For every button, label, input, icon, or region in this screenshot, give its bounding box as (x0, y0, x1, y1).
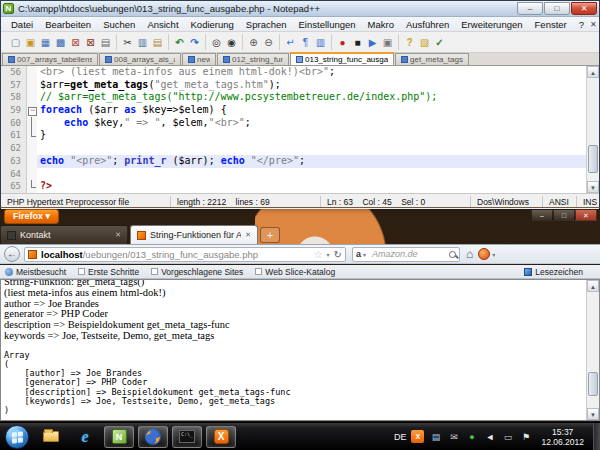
tab-close-icon[interactable]: ✕ (245, 231, 251, 239)
search-icon[interactable] (449, 251, 456, 258)
back-button[interactable]: ← (4, 246, 20, 262)
show-all-characters-icon[interactable]: ¶ (298, 35, 313, 50)
menu-makro[interactable]: Makro (362, 18, 400, 31)
fold-margin[interactable] (27, 142, 37, 155)
document-close-icon[interactable]: ✕ (590, 20, 597, 29)
mail-tray-icon[interactable]: ✉ (447, 430, 460, 443)
undo-icon[interactable]: ↶ (172, 35, 187, 50)
save-icon[interactable]: ▦ (38, 35, 53, 50)
indent-guide-icon[interactable]: ▥ (313, 35, 328, 50)
minimize-button[interactable]: – (517, 2, 543, 15)
bookmark-vorgeschlagene-sites[interactable]: Vorgeschlagene Sites (151, 267, 243, 277)
lesezeichen-menu[interactable]: Lesezeichen (524, 267, 583, 277)
menu-kodierung[interactable]: Kodierung (185, 18, 240, 31)
code-line[interactable]: 65?> (1, 180, 599, 193)
bookmark-meistbesucht[interactable]: Meistbesucht (5, 267, 66, 277)
fold-margin[interactable] (27, 91, 37, 104)
fold-margin[interactable] (27, 168, 37, 181)
menu-datei[interactable]: Datei (5, 18, 39, 31)
bookmark-erste-schritte[interactable]: Erste Schritte (78, 267, 139, 277)
page-content[interactable]: String-Funktion: get_meta_tags() (liest … (0, 279, 600, 421)
menu-help[interactable]: ? (573, 18, 590, 31)
tab-kontakt[interactable]: Kontakt ✕ (0, 225, 128, 244)
taskbar-firefox[interactable] (138, 426, 168, 448)
word-wrap-icon[interactable]: ↵ (283, 35, 298, 50)
show-desktop-button[interactable] (593, 423, 600, 450)
reload-icon[interactable]: ↻ (334, 249, 342, 260)
taskbar-xampp[interactable]: X (206, 426, 236, 448)
record-macro-icon[interactable]: ● (335, 35, 350, 50)
save-macro-icon[interactable]: ▣ (380, 35, 395, 50)
url-dropdown-icon[interactable]: ▾ (327, 251, 330, 258)
plugin-icon[interactable] (478, 248, 490, 260)
scroll-down-icon[interactable]: ▼ (587, 181, 599, 193)
spell-check-icon[interactable]: ✓ (432, 35, 447, 50)
tab-007-arrays-tabellenspielerei[interactable]: 007_arrays_tabellenspielerei.php (2, 53, 98, 65)
menu-fenster[interactable]: Fenster (529, 18, 573, 31)
toolbar-dropdown-icon[interactable]: ▾ (492, 251, 495, 258)
help-icon[interactable]: ? (402, 35, 417, 50)
taskbar-internet-explorer[interactable]: e (70, 426, 100, 448)
scrollbar-thumb[interactable] (588, 145, 598, 173)
firefox-app-button[interactable]: Firefox ▾ (4, 209, 59, 224)
minimize-button[interactable]: – (531, 209, 553, 221)
maximize-button[interactable]: □ (544, 2, 570, 15)
action-center-flag-icon[interactable]: ⚑ (519, 430, 532, 443)
code-line[interactable]: 56<br> (liest meta-infos aus einem html-… (1, 66, 599, 79)
scroll-up-icon[interactable]: ▲ (587, 280, 599, 292)
redo-icon[interactable]: ↷ (187, 35, 202, 50)
search-input[interactable]: Amazon.de (368, 249, 449, 259)
editor-scrollbar[interactable]: ▲ ▼ (586, 66, 599, 193)
display-tray-icon[interactable]: ▤ (429, 430, 442, 443)
network-icon[interactable]: ▭ (501, 430, 514, 443)
taskbar-console[interactable]: C:\_ (172, 426, 202, 448)
scroll-down-icon[interactable]: ▼ (587, 408, 599, 420)
code-line[interactable]: 60 echo $key," => ", $elem,"<br>"; (1, 117, 599, 130)
code-editor[interactable]: 56<br> (liest meta-infos aus einem html-… (1, 66, 599, 193)
bookmark-web-slice-katalog[interactable]: Web Slice-Katalog (255, 267, 335, 277)
close-document-icon[interactable]: ⊠ (68, 35, 83, 50)
code-line[interactable]: 64 (1, 168, 599, 181)
code-line-current[interactable]: 63echo "<pre>"; print_r ($arr); echo "</… (1, 155, 599, 168)
fold-margin[interactable] (27, 155, 37, 168)
replace-icon[interactable]: ◉ (224, 35, 239, 50)
fold-marker[interactable] (27, 104, 37, 117)
tab-008-arrays-als-array[interactable]: 008_arrays_als_array.php (99, 53, 181, 65)
update-tray-icon[interactable]: ● (465, 430, 478, 443)
open-folder-icon[interactable]: ▣ (23, 35, 38, 50)
tab-close-icon[interactable]: ✕ (115, 231, 121, 239)
copy-icon[interactable]: ▥ (135, 35, 150, 50)
taskbar-explorer[interactable] (36, 426, 66, 448)
maximize-button[interactable]: □ (553, 209, 575, 221)
home-icon[interactable]: ⌂ (466, 247, 473, 261)
language-indicator[interactable]: DE (394, 432, 407, 442)
close-button[interactable]: ✕ (571, 2, 597, 15)
tab-get-meta-tags[interactable]: get_meta_tags.htm (395, 53, 469, 65)
new-tab-button[interactable]: + (260, 227, 280, 243)
xampp-tray-icon[interactable]: X (411, 430, 424, 443)
code-line[interactable]: 57$arr=get_meta_tags("get_meta_tags.htm"… (1, 79, 599, 92)
url-bar[interactable]: localhost /uebungen/013_string_func_ausg… (24, 247, 346, 262)
play-macro-icon[interactable]: ▶ (365, 35, 380, 50)
search-engine-icon[interactable]: a (356, 249, 361, 259)
taskbar-notepadpp[interactable]: N (104, 426, 134, 448)
tab-012-string-func[interactable]: 012_string_func.php (217, 53, 289, 65)
menu-erweiterungen[interactable]: Erweiterungen (455, 18, 528, 31)
scroll-up-icon[interactable]: ▲ (587, 66, 599, 78)
fold-margin[interactable] (27, 79, 37, 92)
code-line[interactable]: 62 (1, 142, 599, 155)
page-scrollbar[interactable]: ▲ ▼ (586, 280, 599, 420)
find-icon[interactable]: ◎ (209, 35, 224, 50)
zoom-out-icon[interactable]: ⊖ (261, 35, 276, 50)
plugin-icon[interactable]: ▨ (417, 35, 432, 50)
close-all-icon[interactable]: ⊠ (83, 35, 98, 50)
new-file-icon[interactable]: ▢ (8, 35, 23, 50)
search-engine-dropdown-icon[interactable]: ▾ (363, 251, 366, 258)
tab-string-funktionen[interactable]: String-Funktionen für Ausgaben ✕ (130, 225, 258, 244)
paste-icon[interactable]: ▤ (150, 35, 165, 50)
save-all-icon[interactable]: ▩ (53, 35, 68, 50)
zoom-in-icon[interactable]: ⊕ (246, 35, 261, 50)
cut-icon[interactable]: ✂ (120, 35, 135, 50)
volume-icon[interactable]: ◄ (483, 430, 496, 443)
bookmark-star-icon[interactable]: ☆ (314, 249, 323, 260)
